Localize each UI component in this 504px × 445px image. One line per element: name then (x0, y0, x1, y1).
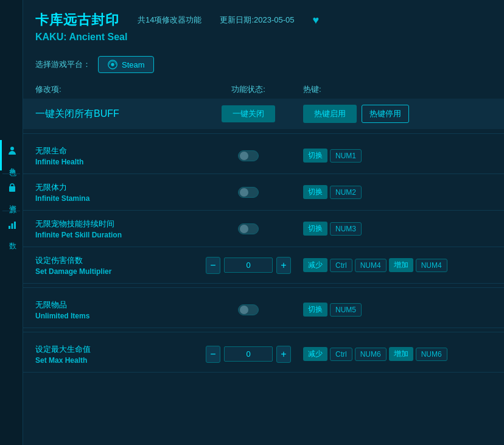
hotkey-increase-btn-damage-multiplier[interactable]: 增加 (389, 258, 413, 272)
stepper-increase-btn-damage-multiplier[interactable]: + (276, 257, 291, 274)
mod-name-en-infinite-pet-skill: Infinite Pet Skill Duration (35, 231, 194, 239)
stepper-increase-btn-set-max-health[interactable]: + (276, 346, 291, 363)
mod-row-infinite-stamina: 无限体力 Infinite Stamina 切换 NUM2 (23, 174, 504, 211)
total-mods: 共14项修改器功能 (138, 15, 201, 26)
buff-close-button[interactable]: 一键关闭 (222, 105, 275, 122)
mod-row-unlimited-items: 无限物品 Unlimited Items 切换 NUM5 (23, 292, 504, 328)
toggle-switch-infinite-health[interactable] (238, 150, 259, 161)
buff-label-text: 一键关闭所有BUFF (35, 108, 119, 119)
mod-hotkey-set-max-health: 减少 Ctrl NUM6 增加 NUM6 (303, 347, 492, 361)
mod-name-cn-unlimited-items: 无限物品 (35, 300, 194, 310)
mod-hotkey-infinite-pet-skill: 切换 NUM3 (303, 222, 492, 236)
mod-name-en-infinite-stamina: Infinite Stamina (35, 194, 194, 203)
toggle-switch-unlimited-items[interactable] (238, 304, 259, 315)
sidebar-label-resources: 资源 (7, 199, 18, 201)
sidebar-label-character: 角色 (7, 162, 18, 164)
hotkey-decrease-btn-set-max-health[interactable]: 减少 (303, 347, 327, 361)
col-header-mod: 修改项: (35, 84, 194, 95)
section-divider-resources (23, 287, 504, 288)
hotkey-num-health-dec: NUM6 (355, 348, 387, 361)
toggle-knob-infinite-stamina (240, 188, 248, 197)
mod-row-damage-multiplier: 设定伤害倍数 Set Damage Multiplier − + 减少 Ctrl… (23, 247, 504, 284)
mod-info-unlimited-items: 无限物品 Unlimited Items (35, 300, 194, 320)
hotkey-disable-button[interactable]: 热键停用 (362, 105, 409, 123)
stepper-input-set-max-health[interactable] (224, 346, 273, 362)
mod-name-cn-infinite-pet-skill: 无限宠物技能持续时间 (35, 219, 194, 230)
hotkey-switch-btn-infinite-pet-skill[interactable]: 切换 (303, 222, 327, 236)
mod-name-cn-set-max-health: 设定最大生命值 (35, 344, 194, 355)
mod-name-en-damage-multiplier: Set Damage Multiplier (35, 267, 194, 276)
column-headers: 修改项: 功能状态: 热键: (23, 80, 504, 99)
hotkey-switch-btn-infinite-health[interactable]: 切换 (303, 149, 327, 163)
mod-info-infinite-health: 无限生命 Infinite Health (35, 145, 194, 166)
stepper-input-damage-multiplier[interactable] (224, 258, 273, 273)
mod-name-en-set-max-health: Set Max Health (35, 356, 194, 365)
mod-hotkey-unlimited-items: 切换 NUM5 (303, 303, 492, 317)
mod-row-set-max-health: 设定最大生命值 Set Max Health − + 减少 Ctrl NUM6 … (23, 336, 504, 373)
mod-hotkey-damage-multiplier: 减少 Ctrl NUM4 增加 NUM4 (303, 258, 492, 272)
mod-toggle-infinite-pet-skill (194, 223, 303, 234)
mod-stepper-damage-multiplier: − + (194, 257, 303, 274)
svg-point-0 (10, 147, 14, 150)
mod-stepper-set-max-health: − + (194, 346, 303, 363)
stepper-decrease-btn-damage-multiplier[interactable]: − (206, 257, 220, 274)
mod-name-cn-damage-multiplier: 设定伤害倍数 (35, 255, 194, 266)
app-container: 角色 资源 数 (0, 0, 504, 445)
heart-icon[interactable]: ♥ (313, 14, 320, 27)
svg-point-6 (111, 63, 114, 66)
hotkey-enable-button[interactable]: 热键启用 (303, 105, 357, 123)
hotkey-key-infinite-stamina: NUM2 (330, 186, 362, 199)
svg-rect-4 (14, 222, 16, 229)
hotkey-ctrl-damage-dec: Ctrl (330, 259, 352, 272)
section-divider-top (23, 133, 504, 134)
bag-icon (7, 183, 17, 195)
hotkey-decrease-btn-damage-multiplier[interactable]: 减少 (303, 258, 327, 272)
platform-steam-button[interactable]: Steam (98, 56, 154, 73)
hotkey-key-unlimited-items: NUM5 (330, 303, 362, 317)
mod-name-en-infinite-health: Infinite Health (35, 158, 194, 166)
toggle-switch-infinite-stamina[interactable] (238, 187, 259, 198)
stepper-decrease-btn-set-max-health[interactable]: − (206, 346, 220, 363)
mod-info-infinite-pet-skill: 无限宠物技能持续时间 Infinite Pet Skill Duration (35, 219, 194, 239)
mod-name-en-unlimited-items: Unlimited Items (35, 312, 194, 320)
sidebar-divider-2 (2, 211, 21, 211)
mod-name-cn-infinite-stamina: 无限体力 (35, 182, 194, 193)
svg-rect-1 (9, 186, 15, 192)
stepper-control-damage-multiplier: − + (206, 257, 291, 274)
mod-info-set-max-health: 设定最大生命值 Set Max Health (35, 344, 194, 365)
mod-row-infinite-health: 无限生命 Infinite Health 切换 NUM1 (23, 138, 504, 174)
toggle-knob-infinite-pet-skill (240, 225, 248, 233)
sidebar-label-stats: 数 (7, 236, 18, 237)
platform-label: 选择游戏平台： (35, 59, 91, 70)
hotkey-switch-btn-unlimited-items[interactable]: 切换 (303, 303, 327, 317)
col-header-hotkey: 热键: (303, 84, 492, 95)
header-meta: 共14项修改器功能 更新日期:2023-05-05 ♥ (138, 14, 319, 27)
header: 卡库远古封印 共14项修改器功能 更新日期:2023-05-05 ♥ KAKU:… (23, 0, 504, 49)
mod-name-cn-infinite-health: 无限生命 (35, 145, 194, 156)
hotkey-ctrl-health-dec: Ctrl (330, 348, 352, 361)
mod-row-infinite-pet-skill: 无限宠物技能持续时间 Infinite Pet Skill Duration 切… (23, 211, 504, 247)
update-date: 更新日期:2023-05-05 (220, 15, 294, 26)
section-divider-stats (23, 332, 504, 332)
toggle-knob-infinite-health (240, 152, 248, 160)
mod-toggle-unlimited-items (194, 304, 303, 315)
svg-rect-3 (12, 223, 13, 229)
hotkey-increase-btn-set-max-health[interactable]: 增加 (389, 347, 413, 361)
sidebar-item-character[interactable]: 角色 (0, 140, 23, 170)
header-top: 卡库远古封印 共14项修改器功能 更新日期:2023-05-05 ♥ (35, 11, 492, 29)
mod-toggle-infinite-health (194, 150, 303, 161)
hotkey-switch-btn-infinite-stamina[interactable]: 切换 (303, 185, 327, 199)
mod-hotkey-infinite-stamina: 切换 NUM2 (303, 185, 492, 199)
platform-row: 选择游戏平台： Steam (23, 49, 504, 80)
sidebar: 角色 资源 数 (0, 0, 23, 445)
buff-label: 一键关闭所有BUFF (35, 108, 194, 121)
mod-hotkey-infinite-health: 切换 NUM1 (303, 149, 492, 163)
game-title-en: KAKU: Ancient Seal (35, 32, 492, 43)
mod-info-infinite-stamina: 无限体力 Infinite Stamina (35, 182, 194, 203)
sidebar-item-resources[interactable]: 资源 (0, 177, 23, 208)
toggle-switch-infinite-pet-skill[interactable] (238, 223, 259, 234)
mod-info-damage-multiplier: 设定伤害倍数 Set Damage Multiplier (35, 255, 194, 276)
stepper-control-set-max-health: − + (206, 346, 291, 363)
sidebar-item-stats[interactable]: 数 (0, 214, 23, 244)
buff-row: 一键关闭所有BUFF 一键关闭 热键启用 热键停用 (23, 99, 504, 129)
